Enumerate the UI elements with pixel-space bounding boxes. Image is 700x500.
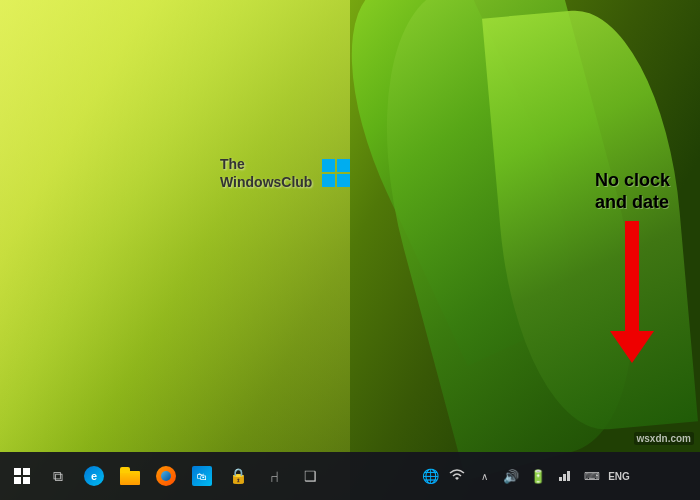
svg-rect-2 xyxy=(567,471,570,481)
annotation-line2: and date xyxy=(595,192,669,212)
logo-line2: WindowsClub xyxy=(220,174,312,190)
tray-expand-icon[interactable]: ∧ xyxy=(472,464,496,488)
task-view-button[interactable]: ⧉ xyxy=(42,460,74,492)
tray-network-icon[interactable] xyxy=(553,464,577,488)
annotation-arrow xyxy=(610,221,654,363)
tray-language-icon[interactable]: ENG xyxy=(607,464,631,488)
no-clock-area xyxy=(634,456,694,496)
windows-logo-icon xyxy=(322,159,350,187)
watermark: wsxdn.com xyxy=(634,432,694,445)
lock-button[interactable]: 🔒 xyxy=(222,460,254,492)
edge-button[interactable]: e xyxy=(78,460,110,492)
tray-battery-icon[interactable]: 🔋 xyxy=(526,464,550,488)
arrow-shaft xyxy=(625,221,639,331)
store-button[interactable]: 🛍 xyxy=(186,460,218,492)
unknown-app-button[interactable]: ❑ xyxy=(294,460,326,492)
taskbar-left-icons: ⧉ e 🛍 🔒 xyxy=(6,460,326,492)
file-explorer-icon xyxy=(120,467,140,485)
svg-rect-0 xyxy=(559,477,562,481)
start-button[interactable] xyxy=(6,460,38,492)
firefox-icon xyxy=(156,466,176,486)
tray-globe-icon[interactable]: 🌐 xyxy=(418,464,442,488)
tray-keyboard-icon[interactable]: ⌨ xyxy=(580,464,604,488)
annotation-text: No clock and date xyxy=(595,170,670,213)
bluetooth-button[interactable]: ⑁ xyxy=(258,460,290,492)
annotation-line1: No clock xyxy=(595,170,670,190)
system-tray: 🌐 ∧ 🔊 🔋 ⌨ ENG xyxy=(418,456,694,496)
background-left-highlight xyxy=(0,0,350,500)
tray-wifi-icon[interactable] xyxy=(445,464,469,488)
taskbar: ⧉ e 🛍 🔒 xyxy=(0,452,700,500)
logo-text: The WindowsClub xyxy=(220,155,312,191)
svg-rect-1 xyxy=(563,474,566,481)
firefox-button[interactable] xyxy=(150,460,182,492)
desktop: The WindowsClub No clock and date wsxdn.… xyxy=(0,0,700,500)
edge-icon: e xyxy=(84,466,104,486)
start-grid-icon xyxy=(14,468,30,484)
annotation-callout: No clock and date xyxy=(595,170,670,363)
store-icon: 🛍 xyxy=(192,466,212,486)
file-explorer-button[interactable] xyxy=(114,460,146,492)
logo-line1: The xyxy=(220,156,245,172)
arrow-head xyxy=(610,331,654,363)
logo-area: The WindowsClub xyxy=(220,155,350,191)
tray-volume-icon[interactable]: 🔊 xyxy=(499,464,523,488)
